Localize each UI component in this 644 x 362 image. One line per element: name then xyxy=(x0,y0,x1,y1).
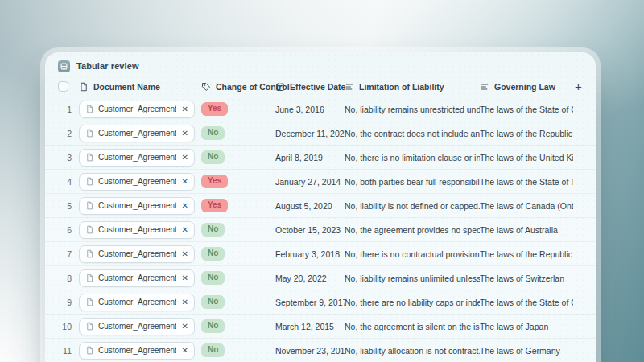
limitation-of-liability-cell: No, there is no contractual provision li… xyxy=(345,249,480,259)
effective-date-cell: September 9, 2017 xyxy=(275,298,345,307)
remove-document-icon[interactable]: ✕ xyxy=(180,323,188,331)
file-icon xyxy=(85,298,94,306)
document-name: Customer_Agreement_Sigma... xyxy=(98,177,176,186)
column-header-effective-date[interactable]: Effective Date xyxy=(275,82,345,92)
row-number: 4 xyxy=(58,177,79,187)
effective-date-cell: November 23, 2018 xyxy=(275,346,345,356)
effective-date-cell: February 3, 2018 xyxy=(275,249,345,259)
remove-document-icon[interactable]: ✕ xyxy=(180,226,188,234)
column-header-document-name[interactable]: Document Name xyxy=(79,82,201,92)
tag-icon xyxy=(201,82,211,92)
document-chip[interactable]: Customer_Agreement_Phoeni... ✕ xyxy=(79,294,195,311)
document-chip[interactable]: Customer_Agreement_Hyper... ✕ xyxy=(79,318,195,335)
align-left-icon xyxy=(480,82,489,92)
file-icon xyxy=(85,105,94,113)
add-column-button[interactable]: + xyxy=(573,80,584,93)
document-name: Customer_Agreement_Quant... xyxy=(98,274,176,282)
remove-document-icon[interactable]: ✕ xyxy=(180,154,188,162)
remove-document-icon[interactable]: ✕ xyxy=(180,178,188,186)
document-chip[interactable]: Customer_Agreement_ApolloTec... ✕ xyxy=(79,101,195,118)
file-icon xyxy=(85,153,94,162)
row-number: 10 xyxy=(58,322,79,331)
table-row: 2 Customer_Agreement_OrionSys... ✕ No De… xyxy=(45,121,596,145)
change-of-control-badge: No xyxy=(201,295,225,309)
limitation-of-liability-cell: No, liability remains unlimited unless..… xyxy=(345,274,480,283)
align-left-icon xyxy=(345,82,354,92)
table-row: 1 Customer_Agreement_ApolloTec... ✕ Yes … xyxy=(45,97,596,121)
select-all-checkbox[interactable] xyxy=(58,81,68,92)
column-header-limitation-of-liability[interactable]: Limitation of Liability xyxy=(345,82,480,92)
document-name: Customer_Agreement_VegaIndustri... xyxy=(98,153,176,162)
document-name: Customer_Agreement_Stell... xyxy=(98,346,176,355)
governing-law-cell: The laws of the State of Texas xyxy=(480,177,573,187)
file-icon xyxy=(85,129,94,138)
limitation-of-liability-cell: No, the agreement is silent on the issue… xyxy=(345,322,480,331)
file-icon xyxy=(85,274,94,282)
limitation-of-liability-cell: No, there is no limitation clause or ind… xyxy=(345,153,480,162)
change-of-control-badge: Yes xyxy=(201,175,228,188)
governing-law-cell: The laws of Switzerlan xyxy=(480,274,573,283)
governing-law-cell: The laws of Germany xyxy=(480,346,573,356)
effective-date-cell: June 3, 2016 xyxy=(275,105,345,114)
governing-law-cell: The laws of the State of California xyxy=(480,298,573,307)
file-icon xyxy=(85,322,94,331)
change-of-control-badge: No xyxy=(201,271,225,285)
document-chip[interactable]: Customer_Agreement_NovaDy... ✕ xyxy=(79,221,195,239)
file-icon xyxy=(79,82,89,92)
column-header-governing-law[interactable]: Governing Law xyxy=(480,82,573,92)
limitation-of-liability-cell: No, liability is not defined or capped..… xyxy=(345,201,480,211)
calendar-icon xyxy=(275,82,285,92)
limitation-of-liability-cell: No, liability allocation is not contract… xyxy=(345,346,480,356)
row-number: 9 xyxy=(58,298,79,307)
remove-document-icon[interactable]: ✕ xyxy=(180,130,188,138)
table-row: 3 Customer_Agreement_VegaIndustri... ✕ N… xyxy=(45,145,596,169)
change-of-control-badge: No xyxy=(201,343,225,357)
effective-date-cell: August 5, 2020 xyxy=(275,201,345,211)
document-chip[interactable]: Customer_Agreement_Stell... ✕ xyxy=(79,342,195,360)
row-number: 1 xyxy=(58,105,79,114)
change-of-control-badge: No xyxy=(201,126,225,140)
governing-law-cell: The laws of Australia xyxy=(480,225,573,235)
row-number: 11 xyxy=(58,346,79,356)
row-number: 3 xyxy=(58,153,79,162)
table-row: 6 Customer_Agreement_NovaDy... ✕ No Octo… xyxy=(45,217,596,241)
governing-law-cell: The laws of the Republic of Ireland xyxy=(480,129,573,138)
file-icon xyxy=(85,225,94,234)
document-chip[interactable]: Customer_Agreement_Quant... ✕ xyxy=(79,269,195,287)
limitation-of-liability-cell: No, liability remains unrestricted under… xyxy=(345,105,480,114)
document-name: Customer_Agreement_EchoL... xyxy=(98,249,176,258)
limitation-of-liability-cell: No, both parties bear full responsibilit… xyxy=(345,177,480,187)
row-number: 2 xyxy=(58,129,79,138)
limitation-of-liability-cell: No, the agreement provides no specific..… xyxy=(345,225,480,235)
remove-document-icon[interactable]: ✕ xyxy=(180,105,188,113)
remove-document-icon[interactable]: ✕ xyxy=(180,274,188,282)
change-of-control-badge: No xyxy=(201,223,225,237)
file-icon xyxy=(85,201,94,210)
document-chip[interactable]: Customer_Agreement_Sigma... ✕ xyxy=(79,173,195,191)
effective-date-cell: December 11, 2021 xyxy=(275,129,345,138)
table-body: 1 Customer_Agreement_ApolloTec... ✕ Yes … xyxy=(45,97,596,362)
document-chip[interactable]: Customer_Agreement_OrionSys... ✕ xyxy=(79,125,195,142)
change-of-control-badge: Yes xyxy=(201,102,228,116)
remove-document-icon[interactable]: ✕ xyxy=(180,202,188,210)
column-header-change-of-control[interactable]: Change of Control xyxy=(201,82,275,92)
remove-document-icon[interactable]: ✕ xyxy=(180,347,188,355)
governing-law-cell: The laws of the State of California xyxy=(480,105,573,114)
document-chip[interactable]: Customer_Agreement_VegaIndustri... ✕ xyxy=(79,149,195,167)
remove-document-icon[interactable]: ✕ xyxy=(180,250,188,258)
file-icon xyxy=(85,249,94,258)
row-number: 8 xyxy=(58,274,79,283)
document-name: Customer_Agreement_NovaDy... xyxy=(98,225,176,234)
document-chip[interactable]: Customer_Agreement_AtlasC... ✕ xyxy=(79,197,195,215)
document-name: Customer_Agreement_OrionSys... xyxy=(98,129,176,138)
title-bar: Tabular review xyxy=(45,52,596,75)
document-chip[interactable]: Customer_Agreement_EchoL... ✕ xyxy=(79,245,195,263)
row-number: 6 xyxy=(58,225,79,235)
table-row: 7 Customer_Agreement_EchoL... ✕ No Febru… xyxy=(45,241,596,265)
limitation-of-liability-cell: No, the contract does not include any cl… xyxy=(345,129,480,138)
remove-document-icon[interactable]: ✕ xyxy=(180,298,188,306)
file-icon xyxy=(85,177,94,186)
document-name: Customer_Agreement_Phoeni... xyxy=(98,298,176,306)
governing-law-cell: The laws of the United Kingdom xyxy=(480,153,573,162)
tabular-review-window: Tabular review Document Name Change of C… xyxy=(45,52,596,362)
